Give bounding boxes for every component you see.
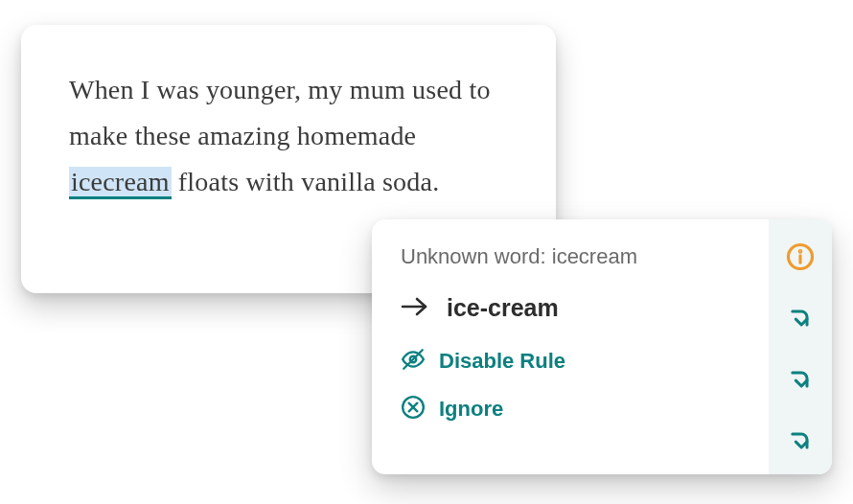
apply-down-icon[interactable] — [784, 363, 817, 396]
close-circle-icon — [401, 395, 426, 424]
ignore-label: Ignore — [439, 397, 503, 422]
svg-point-8 — [799, 251, 801, 253]
apply-down-icon[interactable] — [784, 424, 817, 457]
arrow-right-icon — [401, 296, 429, 321]
info-icon[interactable] — [784, 241, 817, 273]
popup-sidebar — [769, 219, 832, 474]
popup-header: Unknown word: icecream — [401, 244, 746, 269]
suggestion-text: ice-cream — [447, 294, 559, 322]
disable-rule-label: Disable Rule — [439, 349, 565, 374]
text-after: floats with vanilla soda. — [172, 167, 440, 196]
popup-main: Unknown word: icecream ice-cream Disable… — [372, 219, 769, 474]
suggestion-row[interactable]: ice-cream — [401, 294, 746, 322]
ignore-button[interactable]: Ignore — [401, 395, 746, 424]
popup-header-prefix: Unknown word: — [401, 244, 552, 268]
eye-off-icon — [401, 347, 426, 376]
apply-down-icon[interactable] — [784, 302, 817, 334]
text-before: When I was younger, my mum used to make … — [69, 75, 491, 150]
spelling-error-word[interactable]: icecream — [69, 167, 172, 199]
disable-rule-button[interactable]: Disable Rule — [401, 347, 746, 376]
popup-header-word: icecream — [552, 244, 637, 268]
spellcheck-popup: Unknown word: icecream ice-cream Disable… — [372, 219, 832, 474]
editor-text[interactable]: When I was younger, my mum used to make … — [69, 67, 508, 205]
